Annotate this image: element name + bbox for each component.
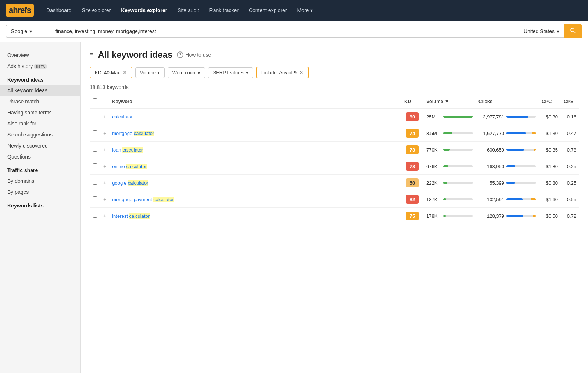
keyword-link[interactable]: loan (112, 147, 122, 153)
keyword-link[interactable]: interest (112, 213, 129, 219)
hamburger-icon[interactable]: ≡ (90, 51, 94, 59)
kd-badge: 82 (406, 195, 419, 204)
sidebar-item-overview[interactable]: Overview (0, 50, 80, 61)
keyword-highlight[interactable]: calculator (129, 213, 150, 219)
filter-label-2: Word count ▾ (172, 70, 201, 75)
row-kd-4: 50 (401, 175, 423, 191)
keyword-link[interactable]: online (112, 164, 126, 169)
nav-item-rank-tracker[interactable]: Rank tracker (204, 4, 244, 16)
select-all-checkbox[interactable] (93, 98, 97, 103)
nav-item-more-▾[interactable]: More ▾ (292, 4, 318, 16)
row-checkbox-2[interactable] (90, 142, 100, 158)
row-checkbox-input[interactable] (93, 213, 97, 218)
row-keyword-1: mortgage calculator (109, 125, 401, 142)
keyword-link[interactable]: mortgage payment (112, 197, 153, 202)
filter-btn-3[interactable]: SERP features ▾ (208, 67, 253, 78)
search-bar: Google ▾ United States ▾ (0, 21, 588, 42)
volume-fill (443, 165, 448, 167)
row-checkbox-3[interactable] (90, 158, 100, 175)
row-checkbox-input[interactable] (93, 196, 97, 201)
row-add-0[interactable]: + (100, 108, 109, 125)
sidebar-item-newly-discovered[interactable]: Newly discovered (0, 140, 80, 151)
keyword-link[interactable]: mortgage (112, 131, 134, 136)
sidebar-item-also-rank-for[interactable]: Also rank for (0, 118, 80, 129)
keyword-link[interactable]: calculator (112, 114, 133, 120)
logo[interactable]: ahrefs (6, 4, 34, 17)
keyword-highlight[interactable]: calculator (153, 197, 174, 202)
sidebar-item-by-domains[interactable]: By domains (0, 175, 80, 186)
nav-item-dashboard[interactable]: Dashboard (41, 4, 77, 16)
clicks-fill-orange (533, 215, 536, 217)
row-add-2[interactable]: + (100, 142, 109, 158)
volume-text: 770K (426, 147, 441, 153)
clicks-text: 1,627,770 (478, 131, 504, 136)
row-clicks-4: 55,399 (476, 175, 539, 191)
row-checkbox-1[interactable] (90, 125, 100, 142)
sidebar-item-ads-history[interactable]: Ads historyBETA (0, 61, 80, 72)
nav-item-keywords-explorer[interactable]: Keywords explorer (116, 4, 172, 16)
nav-item-content-explorer[interactable]: Content explorer (244, 4, 292, 16)
filter-close-4[interactable]: ✕ (299, 70, 304, 75)
page-title: All keyword ideas (98, 50, 173, 60)
how-to-use-link[interactable]: ? How to use (177, 51, 211, 58)
row-clicks-3: 168,950 (476, 158, 539, 175)
volume-fill (443, 182, 447, 184)
row-add-6[interactable]: + (100, 208, 109, 224)
filter-close-0[interactable]: ✕ (123, 70, 127, 75)
clicks-text: 102,591 (478, 197, 504, 202)
keyword-highlight[interactable]: calculator (134, 131, 154, 136)
row-checkbox-5[interactable] (90, 191, 100, 208)
row-checkbox-6[interactable] (90, 208, 100, 224)
table-row: +interest calculator75 178K 128,379 $0.5… (90, 208, 579, 224)
filter-btn-4[interactable]: Include: Any of 9✕ (256, 67, 309, 78)
sidebar-item-search-suggestions[interactable]: Search suggestions (0, 129, 80, 140)
volume-text: 187K (426, 197, 441, 202)
row-add-1[interactable]: + (100, 125, 109, 142)
sidebar-item-all-keyword-ideas[interactable]: All keyword ideas (0, 85, 80, 96)
sidebar-item-by-pages[interactable]: By pages (0, 186, 80, 198)
engine-select[interactable]: Google ▾ (6, 25, 50, 38)
clicks-text: 600,659 (478, 147, 504, 153)
row-add-4[interactable]: + (100, 175, 109, 191)
sidebar-item-phrase-match[interactable]: Phrase match (0, 96, 80, 107)
row-kd-1: 74 (401, 125, 423, 142)
volume-track (443, 215, 473, 217)
nav-item-site-audit[interactable]: Site audit (172, 4, 204, 16)
th-cps: CPS (561, 95, 579, 108)
volume-track (443, 116, 473, 118)
sidebar-item-having-same-terms[interactable]: Having same terms (0, 107, 80, 118)
th-clicks: Clicks (476, 95, 539, 108)
row-add-5[interactable]: + (100, 191, 109, 208)
volume-text: 3.5M (426, 131, 441, 136)
filter-btn-1[interactable]: Volume ▾ (135, 67, 165, 78)
row-checkbox-4[interactable] (90, 175, 100, 191)
filter-btn-0[interactable]: KD: 40-Max✕ (90, 67, 132, 78)
clicks-fill-blue (506, 165, 515, 167)
row-checkbox-input[interactable] (93, 163, 97, 168)
row-add-3[interactable]: + (100, 158, 109, 175)
row-checkbox-input[interactable] (93, 114, 97, 118)
keyword-highlight[interactable]: calculator (122, 147, 143, 153)
country-select[interactable]: United States ▾ (519, 25, 564, 38)
keyword-highlight[interactable]: calculator (126, 164, 147, 169)
row-checkbox-input[interactable] (93, 147, 97, 152)
th-volume[interactable]: Volume ▼ (423, 95, 476, 108)
row-volume-0: 25M (423, 108, 476, 125)
search-button[interactable] (564, 24, 582, 38)
volume-fill (443, 149, 450, 151)
row-checkbox-input[interactable] (93, 130, 97, 135)
main-layout: OverviewAds historyBETAKeyword ideasAll … (0, 42, 588, 373)
filter-btn-2[interactable]: Word count ▾ (168, 67, 205, 78)
top-navigation: ahrefs DashboardSite explorerKeywords ex… (0, 0, 588, 21)
row-cpc-0: $0.30 (539, 108, 561, 125)
sidebar-item-questions[interactable]: Questions (0, 151, 80, 162)
keyword-link[interactable]: google (112, 180, 128, 186)
row-volume-4: 222K (423, 175, 476, 191)
search-input[interactable] (50, 25, 519, 38)
nav-item-site-explorer[interactable]: Site explorer (77, 4, 116, 16)
keyword-highlight[interactable]: calculator (128, 180, 148, 186)
row-checkbox-input[interactable] (93, 180, 97, 185)
row-checkbox-0[interactable] (90, 108, 100, 125)
row-kd-0: 80 (401, 108, 423, 125)
table-row: +calculator80 25M 3,977,781 $0.300.16 (90, 108, 579, 125)
